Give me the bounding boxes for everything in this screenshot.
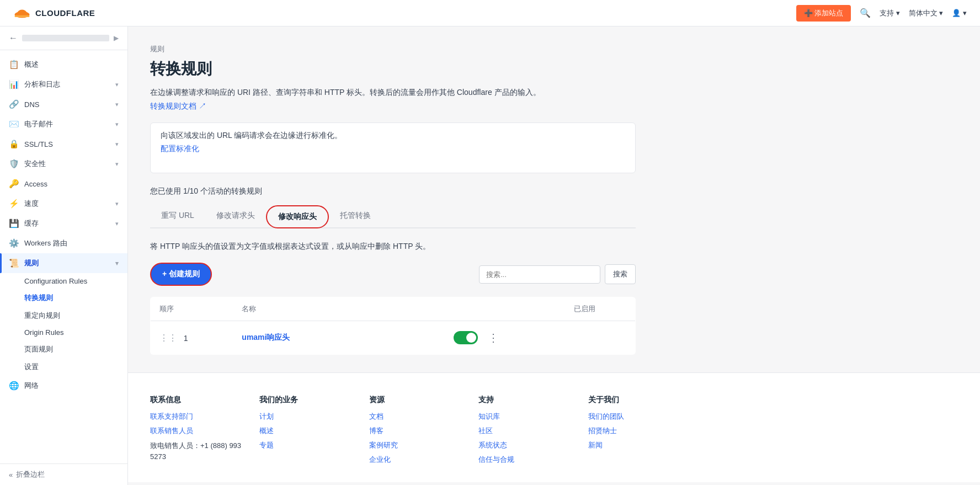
chevron-down-icon: ▾ bbox=[115, 220, 119, 227]
sidebar-item-security[interactable]: 🛡️ 安全性 ▾ bbox=[0, 154, 127, 174]
section-description: 将 HTTP 响应头的值设置为文字值或根据表达式设置，或从响应中删除 HTTP … bbox=[150, 242, 636, 252]
sidebar-item-access[interactable]: 🔑 Access bbox=[0, 174, 127, 194]
sidebar-sub-item-redirect-rules[interactable]: 重定向规则 bbox=[24, 307, 127, 324]
email-icon: ✉️ bbox=[9, 119, 19, 129]
footer-link[interactable]: 计划 bbox=[259, 412, 351, 422]
support-menu[interactable]: 支持 ▾ bbox=[880, 8, 900, 18]
access-icon: 🔑 bbox=[9, 179, 19, 189]
sidebar-item-workers[interactable]: ⚙️ Workers 路由 bbox=[0, 233, 127, 253]
sidebar-item-label: 电子邮件 bbox=[24, 119, 110, 129]
footer-link[interactable]: 社区 bbox=[478, 426, 570, 436]
sidebar-sub-item-settings[interactable]: 设置 bbox=[24, 358, 127, 376]
footer-link[interactable]: 系统状态 bbox=[478, 440, 570, 450]
sidebar-item-overview[interactable]: 📋 概述 bbox=[0, 55, 127, 74]
footer-link[interactable]: 文档 bbox=[369, 412, 461, 422]
search-button[interactable]: 搜索 bbox=[605, 264, 636, 284]
col-name: 名称 bbox=[233, 297, 350, 321]
language-menu[interactable]: 简体中文 ▾ bbox=[909, 8, 944, 18]
sidebar-item-label: 缓存 bbox=[24, 218, 110, 228]
sidebar-sub-item-transform-rules[interactable]: 转换规则 bbox=[24, 289, 127, 307]
analytics-icon: 📊 bbox=[9, 79, 19, 89]
sidebar-item-speed[interactable]: ⚡ 速度 ▾ bbox=[0, 194, 127, 214]
sidebar-sub-item-origin-rules[interactable]: Origin Rules bbox=[24, 324, 127, 340]
footer-link[interactable]: 联系销售人员 bbox=[150, 426, 242, 436]
search-input[interactable] bbox=[479, 265, 600, 284]
search-button[interactable]: 🔍 bbox=[860, 8, 871, 18]
sidebar: ← ▶ 📋 概述 📊 分析和日志 ▾ 🔗 DNS ▾ ✉️ 电子邮件 ▾ bbox=[0, 26, 128, 485]
sidebar-item-label: 安全性 bbox=[24, 159, 110, 169]
security-icon: 🛡️ bbox=[9, 159, 19, 169]
svg-rect-4 bbox=[15, 15, 30, 17]
overview-icon: 📋 bbox=[9, 60, 19, 70]
footer-link[interactable]: 招贤纳士 bbox=[588, 426, 680, 436]
sidebar-item-dns[interactable]: 🔗 DNS ▾ bbox=[0, 94, 127, 114]
footer-link[interactable]: 我们的团队 bbox=[588, 412, 680, 422]
speed-icon: ⚡ bbox=[9, 199, 19, 209]
network-icon: 🌐 bbox=[9, 381, 19, 391]
doc-link[interactable]: 转换规则文档 ↗ bbox=[150, 102, 206, 111]
dns-icon: 🔗 bbox=[9, 99, 19, 109]
collapse-label: 折叠边栏 bbox=[16, 470, 45, 479]
sidebar-item-rules[interactable]: 📜 规则 ▾ bbox=[0, 253, 127, 273]
top-nav: CLOUDFLARE ➕ 添加站点 🔍 支持 ▾ 简体中文 ▾ 👤 ▾ bbox=[0, 0, 980, 26]
footer-col-title: 我们的业务 bbox=[259, 395, 351, 405]
chevron-down-icon: ▾ bbox=[115, 121, 119, 128]
footer-link[interactable]: 博客 bbox=[369, 426, 461, 436]
sidebar-item-cache[interactable]: 💾 缓存 ▾ bbox=[0, 214, 127, 233]
tab-managed-transform[interactable]: 托管转换 bbox=[329, 205, 382, 228]
footer-col-contact: 联系信息 联系支持部门 联系销售人员 致电销售人员：+1 (888) 993 5… bbox=[150, 395, 242, 469]
sidebar-nav: 📋 概述 📊 分析和日志 ▾ 🔗 DNS ▾ ✉️ 电子邮件 ▾ 🔒 SSL/T… bbox=[0, 50, 127, 463]
footer-col-title: 资源 bbox=[369, 395, 461, 405]
table-row: ⋮⋮ 1 umami响应头 ⋮ bbox=[151, 321, 636, 355]
footer-link[interactable]: 联系支持部门 bbox=[150, 412, 242, 422]
footer-link[interactable]: 专题 bbox=[259, 440, 351, 450]
sidebar-item-label: 概述 bbox=[24, 60, 119, 70]
sidebar-sub-item-page-rules[interactable]: 页面规则 bbox=[24, 340, 127, 358]
sidebar-item-ssl[interactable]: 🔒 SSL/TLS ▾ bbox=[0, 134, 127, 154]
tab-modify-request[interactable]: 修改请求头 bbox=[205, 205, 266, 228]
enabled-toggle[interactable] bbox=[454, 331, 478, 344]
cloudflare-logo-icon bbox=[13, 7, 31, 20]
footer-text: 致电销售人员：+1 (888) 993 5273 bbox=[150, 440, 242, 462]
add-site-button[interactable]: ➕ 添加站点 bbox=[796, 5, 851, 22]
sidebar-item-label: 规则 bbox=[24, 258, 110, 268]
footer-link[interactable]: 信任与合规 bbox=[478, 455, 570, 465]
footer-link[interactable]: 新闻 bbox=[588, 440, 680, 450]
sidebar-item-analytics[interactable]: 📊 分析和日志 ▾ bbox=[0, 74, 127, 94]
footer-link[interactable]: 概述 bbox=[259, 426, 351, 436]
footer-col-support: 支持 知识库 社区 系统状态 信任与合规 bbox=[478, 395, 570, 469]
footer-col-resources: 资源 文档 博客 案例研究 企业化 bbox=[369, 395, 461, 469]
tabs-bar: 重写 URL 修改请求头 修改响应头 托管转换 bbox=[150, 205, 636, 228]
footer: 联系信息 联系支持部门 联系销售人员 致电销售人员：+1 (888) 993 5… bbox=[128, 372, 980, 482]
domain-selector[interactable]: ← ▶ bbox=[0, 26, 127, 50]
sidebar-item-label: 分析和日志 bbox=[24, 79, 110, 89]
configure-normalize-link[interactable]: 配置标准化 bbox=[161, 144, 199, 154]
more-options-button[interactable]: ⋮ bbox=[483, 329, 503, 347]
rules-table: 顺序 名称 已启用 ⋮⋮ 1 umami响应头 bbox=[150, 297, 636, 355]
chevron-down-icon: ▾ bbox=[115, 141, 119, 148]
footer-col-business: 我们的业务 计划 概述 专题 bbox=[259, 395, 351, 469]
footer-col-title: 关于我们 bbox=[588, 395, 680, 405]
create-rule-button[interactable]: + 创建规则 bbox=[150, 263, 212, 286]
sidebar-sub-item-config-rules[interactable]: Configuration Rules bbox=[24, 273, 127, 289]
rules-submenu: Configuration Rules 转换规则 重定向规则 Origin Ru… bbox=[0, 273, 127, 376]
footer-link[interactable]: 企业化 bbox=[369, 455, 461, 465]
footer-col-title: 支持 bbox=[478, 395, 570, 405]
logo[interactable]: CLOUDFLARE bbox=[13, 7, 95, 20]
page-title: 转换规则 bbox=[150, 58, 636, 79]
drag-handle-icon[interactable]: ⋮⋮ bbox=[159, 333, 177, 343]
footer-link[interactable]: 知识库 bbox=[478, 412, 570, 422]
footer-link[interactable]: 案例研究 bbox=[369, 440, 461, 450]
sidebar-item-email[interactable]: ✉️ 电子邮件 ▾ bbox=[0, 114, 127, 134]
user-menu[interactable]: 👤 ▾ bbox=[952, 9, 967, 17]
tab-rewrite-url[interactable]: 重写 URL bbox=[150, 205, 205, 228]
doc-link-text: 转换规则文档 ↗ bbox=[150, 102, 206, 111]
sidebar-item-label: 速度 bbox=[24, 199, 110, 209]
search-row: 搜索 bbox=[479, 264, 636, 284]
tab-modify-response[interactable]: 修改响应头 bbox=[266, 205, 329, 228]
rule-name[interactable]: umami响应头 bbox=[242, 333, 290, 342]
footer-col-about: 关于我们 我们的团队 招贤纳士 新闻 bbox=[588, 395, 680, 469]
collapse-sidebar-button[interactable]: « 折叠边栏 bbox=[0, 463, 127, 485]
sidebar-item-network[interactable]: 🌐 网络 bbox=[0, 376, 127, 396]
back-arrow-icon[interactable]: ← bbox=[9, 33, 18, 43]
